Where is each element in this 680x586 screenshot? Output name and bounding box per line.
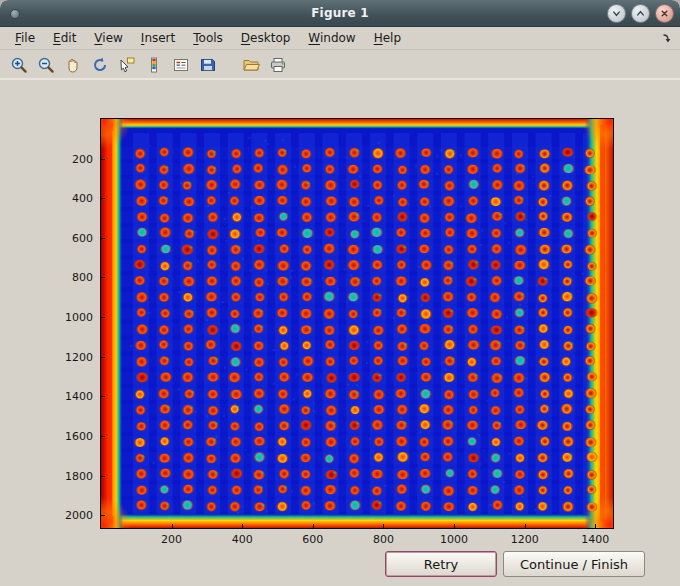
- menu-edit[interactable]: Edit: [44, 28, 85, 48]
- close-icon: [659, 8, 670, 19]
- save-button[interactable]: [196, 53, 220, 77]
- menubar: File Edit View Insert Tools Desktop Wind…: [0, 27, 680, 50]
- y-tick-mark: [101, 515, 105, 516]
- dock-figure-icon[interactable]: [660, 31, 674, 45]
- x-tick-mark: [525, 524, 526, 528]
- y-tick-mark: [101, 238, 105, 239]
- close-button[interactable]: [655, 4, 674, 23]
- y-tick-label: 800: [72, 271, 93, 284]
- x-tick-mark: [242, 524, 243, 528]
- x-axis-tick-labels: 200400600800100012001400: [101, 528, 613, 548]
- y-tick-mark: [101, 357, 105, 358]
- y-tick-label: 2000: [65, 509, 93, 522]
- x-tick-label: 800: [373, 533, 394, 546]
- x-tick-mark: [172, 524, 173, 528]
- microarray-image[interactable]: [101, 119, 613, 528]
- x-tick-mark: [383, 524, 384, 528]
- y-tick-mark: [101, 159, 105, 160]
- titlebar[interactable]: Figure 1: [0, 0, 680, 27]
- x-tick-label: 1400: [581, 533, 609, 546]
- open-folder-button[interactable]: [239, 53, 263, 77]
- y-tick-mark: [101, 277, 105, 278]
- rotate-3d-button[interactable]: [88, 53, 112, 77]
- x-tick-label: 200: [161, 533, 182, 546]
- zoom-in-button[interactable]: [7, 53, 31, 77]
- menu-tools[interactable]: Tools: [184, 28, 232, 48]
- y-tick-label: 200: [72, 152, 93, 165]
- zoom-out-icon: [37, 56, 55, 74]
- y-tick-mark: [101, 476, 105, 477]
- y-tick-label: 400: [72, 192, 93, 205]
- x-tick-mark: [595, 524, 596, 528]
- colorbar-icon: [145, 56, 163, 74]
- window-menu-icon[interactable]: [10, 9, 20, 19]
- y-tick-label: 1800: [65, 469, 93, 482]
- toolbar-separator: [223, 65, 236, 66]
- y-tick-label: 1600: [65, 429, 93, 442]
- menu-view[interactable]: View: [85, 28, 131, 48]
- y-tick-label: 600: [72, 231, 93, 244]
- x-tick-label: 1200: [511, 533, 539, 546]
- y-tick-mark: [101, 317, 105, 318]
- data-cursor-icon: [118, 56, 136, 74]
- x-tick-label: 400: [232, 533, 253, 546]
- chevron-down-icon: [611, 8, 622, 19]
- figure-toolbar: [0, 50, 680, 81]
- menu-help[interactable]: Help: [365, 28, 410, 48]
- insert-legend-button[interactable]: [169, 53, 193, 77]
- chevron-up-icon: [635, 8, 646, 19]
- zoom-in-icon: [10, 56, 28, 74]
- y-tick-label: 1200: [65, 350, 93, 363]
- print-button[interactable]: [266, 53, 290, 77]
- continue-finish-button[interactable]: Continue / Finish: [503, 551, 645, 577]
- menu-insert[interactable]: Insert: [132, 28, 184, 48]
- insert-colorbar-button[interactable]: [142, 53, 166, 77]
- figure-window: Figure 1 File Edit View Insert Tools Des…: [0, 0, 680, 586]
- x-tick-mark: [454, 524, 455, 528]
- y-axis-tick-labels: 200400600800100012001400160018002000: [37, 119, 101, 528]
- print-icon: [269, 56, 287, 74]
- pan-hand-icon: [64, 56, 82, 74]
- y-tick-mark: [101, 396, 105, 397]
- x-tick-label: 600: [302, 533, 323, 546]
- y-tick-label: 1400: [65, 390, 93, 403]
- maximize-button[interactable]: [631, 4, 650, 23]
- save-icon: [199, 56, 217, 74]
- window-title: Figure 1: [311, 6, 369, 20]
- menu-file[interactable]: File: [6, 28, 44, 48]
- zoom-out-button[interactable]: [34, 53, 58, 77]
- x-tick-mark: [313, 524, 314, 528]
- y-tick-mark: [101, 436, 105, 437]
- menu-desktop[interactable]: Desktop: [232, 28, 300, 48]
- plot-axes[interactable]: 200400600800100012001400 200400600800100…: [100, 118, 614, 529]
- open-folder-icon: [242, 56, 260, 74]
- figure-canvas-area: 200400600800100012001400 200400600800100…: [0, 80, 680, 586]
- y-tick-label: 1000: [65, 311, 93, 324]
- rotate-3d-icon: [91, 56, 109, 74]
- minimize-button[interactable]: [607, 4, 626, 23]
- data-cursor-button[interactable]: [115, 53, 139, 77]
- y-tick-mark: [101, 198, 105, 199]
- window-controls: [607, 4, 674, 23]
- legend-icon: [172, 56, 190, 74]
- x-tick-label: 1000: [440, 533, 468, 546]
- retry-button[interactable]: Retry: [385, 551, 497, 577]
- pan-button[interactable]: [61, 53, 85, 77]
- menu-window[interactable]: Window: [299, 28, 364, 48]
